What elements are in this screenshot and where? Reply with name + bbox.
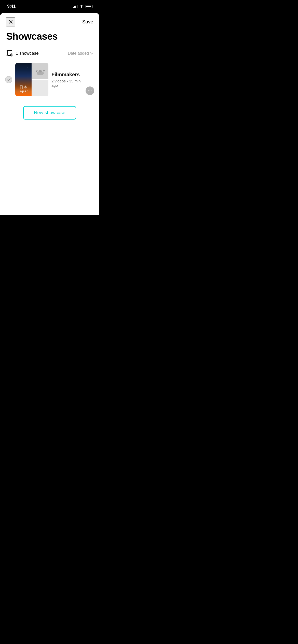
svg-point-10 [90,91,90,91]
showcase-icon [6,50,13,57]
showcase-meta: 2 videos • 35 min ago [51,79,83,87]
close-button[interactable] [6,17,15,26]
showcase-count-text: 1 showcase [16,51,39,56]
sort-button[interactable]: Date added [68,51,93,56]
svg-point-9 [88,91,89,91]
japan-kanji: 日本 [18,85,29,90]
showcases-header: 1 showcase Date added [0,47,99,60]
showcase-list-item[interactable]: · 日本 Japan [0,60,99,100]
wifi-icon [79,5,84,8]
japan-english: Japan [18,90,29,93]
signal-icon [73,5,77,8]
status-icons [73,5,93,8]
main-sheet: Save Showcases 1 showcase Date added [0,13,99,215]
page-title: Showcases [0,29,99,47]
nav-bar: Save [0,13,99,29]
moon-icon: · [27,66,28,69]
thumbnail-grid: · 日本 Japan [15,63,48,96]
svg-point-8 [39,70,42,72]
close-icon [8,19,13,24]
new-showcase-container: New showcase [0,100,99,127]
chevron-down-icon [90,52,93,54]
more-button[interactable] [86,86,94,95]
showcase-info: Filmmakers 2 videos • 35 min ago [51,72,83,87]
new-showcase-button[interactable]: New showcase [23,106,76,120]
battery-icon [86,5,93,8]
save-button[interactable]: Save [82,18,93,26]
thumb-bottom-right [32,80,48,96]
thumb-top-right [32,63,48,79]
showcase-count-area: 1 showcase [6,50,39,57]
japan-text: 日本 Japan [18,85,29,93]
thumb-main: · 日本 Japan [15,63,32,96]
select-circle[interactable] [5,76,12,83]
sort-label: Date added [68,51,89,56]
status-bar: 9:41 [0,0,99,13]
svg-point-11 [91,91,92,91]
bird-scene [32,63,48,79]
showcase-name: Filmmakers [51,72,83,78]
status-time: 9:41 [7,4,16,9]
